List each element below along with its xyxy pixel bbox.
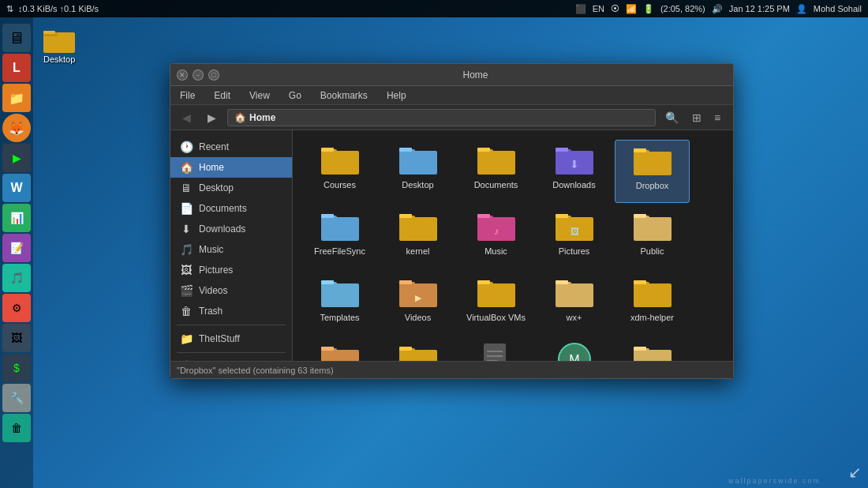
file-icon: [399, 145, 437, 176]
file-item[interactable]: wx+: [537, 272, 612, 336]
dock-icon-5[interactable]: ▶: [2, 144, 31, 172]
file-icon: [321, 343, 359, 361]
dock-icon-4[interactable]: 🦊: [2, 114, 31, 142]
file-item[interactable]: 🖼 Pictures: [537, 206, 612, 269]
search-button[interactable]: 🔍: [662, 108, 681, 127]
dock-icon-6[interactable]: W: [2, 174, 31, 202]
sidebar-label-downloads: Downloads: [199, 223, 245, 235]
sidebar-item-pictures[interactable]: 🖼 Pictures: [170, 260, 292, 280]
file-icon: [477, 277, 515, 309]
file-item[interactable]: ♪ Music: [458, 206, 533, 269]
file-item[interactable]: Templates: [302, 272, 377, 336]
svg-rect-46: [556, 283, 593, 307]
svg-rect-36: [321, 283, 359, 307]
wallpaper-credit: wallpaperswide.com: [728, 477, 821, 485]
file-icon: [321, 277, 359, 309]
sidebar-item-theitstuff[interactable]: 📁 TheItStuff: [170, 328, 292, 349]
file-item[interactable]: Courses: [302, 140, 377, 203]
file-name: FreeFileSync: [314, 246, 365, 257]
svg-rect-19: [321, 217, 359, 241]
dock-icon-3[interactable]: 📁: [2, 84, 31, 112]
sidebar-item-videos[interactable]: 🎬 Videos: [170, 280, 292, 301]
svg-rect-49: [634, 283, 672, 307]
dock-icon-8[interactable]: 📝: [2, 234, 31, 262]
svg-rect-58: [484, 343, 506, 361]
file-item[interactable]: ▶ Videos: [380, 272, 455, 336]
battery-icon: 🔋: [643, 4, 654, 14]
close-button[interactable]: ✕: [177, 69, 188, 81]
file-item[interactable]: VirtualBox VMs: [458, 272, 533, 336]
dock-icon-11[interactable]: 🖼: [2, 324, 31, 352]
grid-view-button[interactable]: ⊞: [687, 108, 706, 127]
dock-icon-14[interactable]: 🗑: [2, 414, 31, 442]
svg-rect-48: [556, 280, 568, 284]
file-icon: [477, 343, 515, 361]
file-icon: [399, 211, 437, 242]
file-item[interactable]: ⬇ Downloads: [537, 140, 612, 203]
maximize-button[interactable]: □: [208, 69, 219, 81]
menu-go[interactable]: Go: [286, 88, 305, 103]
file-item[interactable]: Examples: [380, 339, 455, 361]
home-icon: 🏠: [180, 161, 193, 174]
view-buttons: ⊞ ≡: [687, 108, 727, 127]
file-item[interactable]: xdm-helper: [615, 272, 690, 336]
sidebar-label-home: Home: [199, 162, 224, 173]
svg-rect-43: [477, 283, 515, 307]
minimize-button[interactable]: −: [193, 69, 204, 81]
file-name: Desktop: [402, 179, 433, 190]
forward-button[interactable]: ▶: [202, 108, 221, 127]
svg-rect-8: [399, 148, 412, 152]
network-wifi-icon: 📶: [626, 4, 637, 14]
file-item[interactable]: Dropbox: [615, 140, 690, 203]
sidebar-item-recent[interactable]: 🕐 Recent: [170, 137, 292, 157]
dock-icon-10[interactable]: ⚙: [2, 294, 31, 322]
dock-icon-13[interactable]: 🔧: [2, 384, 31, 412]
datetime: Jan 12 1:25 PM: [729, 4, 790, 13]
file-item[interactable]: FreeFileSync: [302, 206, 377, 269]
sidebar-separator-2: [177, 352, 286, 353]
file-item[interactable]: kernel: [380, 206, 455, 269]
dock-icon-9[interactable]: 🎵: [2, 264, 31, 292]
taskbar-top: ⇅ ↕0.3 KiB/s ↑0.1 KiB/s ⬛ EN ⦿ 📶 🔋 (2:05…: [0, 0, 868, 17]
file-item[interactable]: Documents: [458, 140, 533, 203]
file-icon: 🖼: [556, 211, 593, 242]
list-view-button[interactable]: ≡: [708, 108, 727, 127]
file-icon: [556, 277, 593, 309]
sidebar-item-home[interactable]: 🏠 Home: [170, 157, 292, 178]
file-item[interactable]: Desktop: [380, 140, 455, 203]
svg-rect-45: [477, 280, 490, 284]
dock-icon-12[interactable]: $: [2, 354, 31, 382]
file-icon: [399, 343, 437, 361]
dock-icon-1[interactable]: 🖥: [2, 24, 31, 52]
file-icon: [321, 211, 359, 242]
trash-icon: 🗑: [180, 305, 193, 317]
file-name: Music: [485, 246, 507, 257]
network-speed: ↕0.3 KiB/s ↑0.1 KiB/s: [18, 4, 99, 13]
svg-text:▶: ▶: [415, 293, 422, 302]
menu-help[interactable]: Help: [383, 88, 410, 103]
username: Mohd Sohail: [814, 4, 862, 13]
svg-text:♪: ♪: [494, 226, 499, 237]
sidebar-item-trash[interactable]: 🗑 Trash: [170, 301, 292, 321]
file-item[interactable]: M mintlogo-color.svg: [537, 339, 612, 361]
menu-bookmarks[interactable]: Bookmarks: [317, 88, 371, 103]
menu-view[interactable]: View: [246, 88, 273, 103]
location-bar[interactable]: 🏠 Home: [227, 109, 656, 126]
svg-text:⬇: ⬇: [570, 158, 579, 171]
sidebar-item-desktop[interactable]: 🖥 Desktop: [170, 178, 292, 198]
dock-icon-7[interactable]: 📊: [2, 204, 31, 232]
menu-file[interactable]: File: [177, 88, 198, 103]
back-button[interactable]: ◀: [177, 108, 196, 127]
sidebar-item-documents[interactable]: 📄 Documents: [170, 198, 292, 219]
dock-icon-2[interactable]: L: [2, 54, 31, 82]
file-item[interactable]: Public: [615, 206, 690, 269]
file-icon: ▶: [399, 277, 437, 309]
pictures-icon: 🖼: [180, 264, 193, 276]
file-item[interactable]: hs_err_pid1922.log: [458, 339, 533, 361]
desktop-folder[interactable]: Desktop: [43, 28, 75, 64]
sidebar-item-music[interactable]: 🎵 Music: [170, 239, 292, 260]
menu-edit[interactable]: Edit: [211, 88, 234, 103]
sidebar-item-downloads[interactable]: ⬇ Downloads: [170, 219, 292, 239]
file-item[interactable]: sandvpersonal.: [615, 339, 690, 361]
file-item[interactable]: zen: [302, 339, 377, 361]
